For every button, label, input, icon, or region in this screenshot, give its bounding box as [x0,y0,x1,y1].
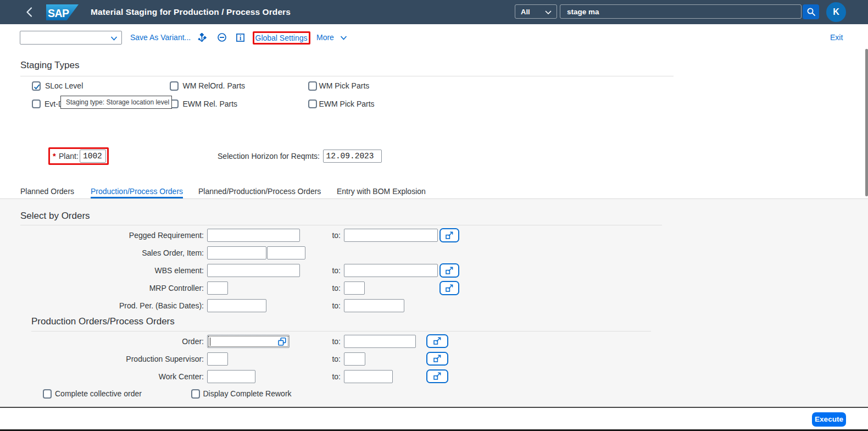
production-supervisor-input[interactable] [207,352,228,366]
more-button[interactable]: More [316,24,347,51]
sales-order-item-label: Sales Order, Item: [20,246,204,259]
tab-planned-orders[interactable]: Planned Orders [20,185,74,198]
text-caret [210,338,210,346]
plant-label: Plant: [59,150,77,163]
checkbox-wm-relord-parts[interactable] [170,81,179,91]
svg-text:SAP: SAP [48,7,69,19]
checkbox-complete-collective-order[interactable] [43,389,52,399]
search-button[interactable] [803,4,819,19]
checkbox-ewm-pick-parts[interactable] [308,100,318,109]
work-center-label: Work Center: [20,370,204,383]
wbs-element-to-input[interactable] [344,264,438,277]
shell-bar: SAP Material Staging for Production / Pr… [0,0,868,24]
checkbox-label: EWM Pick Parts [319,100,375,109]
work-center-multi-select-button[interactable] [426,369,448,384]
tab-entry-with-bom-explosion[interactable]: Entry with BOM Explosion [337,185,426,198]
checkbox-wm-pick-parts[interactable] [308,81,318,91]
pegged-requirement-to-input[interactable] [344,229,438,242]
search-scope-value: All [521,8,530,16]
order-input[interactable] [207,335,290,348]
staging-types-title: Staging Types [20,60,79,71]
wbs-element-label: WBS element: [20,264,204,277]
mrp-controller-label: MRP Controller: [20,281,204,295]
to-label: to: [321,299,341,312]
chevron-down-icon [545,10,552,14]
avatar[interactable]: K [826,2,846,22]
tab-production-process-orders[interactable]: Production/Process Orders [91,185,183,198]
execute-button[interactable]: Execute [812,412,846,427]
back-button[interactable] [24,4,36,20]
wbs-element-multi-select-button[interactable] [439,263,460,278]
order-to-input[interactable] [344,335,416,348]
global-settings-button[interactable]: Global Settings [255,34,308,42]
horizon-date-input[interactable]: 12.09.2023 [323,150,382,163]
mrp-controller-to-input[interactable] [344,281,365,295]
select-by-orders-title: Select by Orders [20,211,90,222]
chevron-down-icon [340,36,347,40]
variant-combobox[interactable] [20,31,122,45]
production-supervisor-to-input[interactable] [344,352,365,366]
required-marker: * [53,150,56,163]
production-orders-rule [31,331,651,331]
production-supervisor-label: Production Supervisor: [20,352,204,366]
prod-per-to-input[interactable] [344,299,404,312]
mrp-controller-input[interactable] [207,281,228,295]
sales-order-input[interactable] [207,246,267,259]
value-help-arrow-icon [445,231,454,240]
to-label: to: [321,281,341,295]
checkbox-label: EWM Rel. Parts [183,100,238,109]
checkbox-label: Display Complete Rework [203,389,292,399]
order-label: Order: [20,335,204,348]
checkbox-display-complete-rework[interactable] [191,389,201,399]
production-supervisor-multi-select-button[interactable] [426,352,448,366]
prod-per-label: Prod. Per. (Basic Dates): [20,299,204,312]
checkbox-label: WM RelOrd. Parts [183,81,246,91]
svg-text:i: i [239,34,241,41]
work-center-input[interactable] [207,370,256,383]
value-help-arrow-icon [433,354,442,363]
footer-bar: Execute [0,408,868,429]
tooltip: Staging type: Storage location level [60,96,172,109]
to-label: to: [321,229,341,242]
search-icon [806,7,816,16]
horizon-label: Selection Horizon for Reqmts: [182,150,320,163]
value-help-arrow-icon [433,336,442,345]
exit-button[interactable]: Exit [830,24,843,51]
info-icon[interactable]: i [236,34,244,44]
page-title: Material Staging for Production / Proces… [91,0,291,24]
save-as-variant-button[interactable]: Save As Variant... [130,24,191,51]
to-label: to: [321,370,341,383]
to-label: to: [321,335,341,348]
global-settings-annotation: Global Settings [253,31,310,45]
checkbox-label: WM Pick Parts [319,81,370,91]
wbs-element-input[interactable] [207,264,300,277]
value-help-arrow-icon [433,372,442,380]
plant-input[interactable]: 1002 [80,150,106,163]
application-toolbar: Save As Variant... i Global Settings Mor… [0,24,868,51]
vertical-scrollbar-thumb[interactable] [865,49,868,196]
to-label: to: [321,264,341,277]
value-help-icon[interactable] [277,337,287,349]
sap-logo-icon[interactable]: SAP [46,4,79,23]
value-help-arrow-icon [445,284,454,292]
pegged-requirement-input[interactable] [207,229,300,242]
checkbox-evt-d[interactable] [32,100,41,109]
chevron-down-icon [110,36,118,41]
pegged-requirement-label: Pegged Requirement: [20,229,204,242]
order-multi-select-button[interactable] [426,334,448,349]
tab-planned-production-process-orders[interactable]: Planned/Production/Process Orders [198,185,321,198]
value-help-arrow-icon [445,266,454,275]
checkbox-sloc-level[interactable] [32,81,41,91]
prod-per-input[interactable] [207,299,267,312]
sales-order-item-input[interactable] [267,246,306,259]
production-orders-title: Production Orders/Process Orders [31,316,175,327]
mrp-controller-multi-select-button[interactable] [439,281,460,295]
work-center-to-input[interactable] [344,370,393,383]
select-by-orders-rule [20,225,662,225]
exclude-selection-icon[interactable] [218,33,226,44]
checkbox-label: SLoc Level [45,81,83,91]
get-variant-icon[interactable] [198,33,207,45]
shell-search-input[interactable]: stage ma [560,4,802,19]
pegged-requirement-multi-select-button[interactable] [439,228,460,242]
search-scope-select[interactable]: All [515,4,557,19]
